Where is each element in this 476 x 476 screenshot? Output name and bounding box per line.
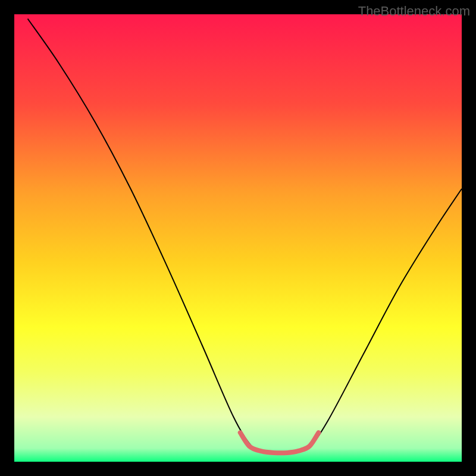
chart-svg [14,14,462,462]
plot-area [14,14,462,462]
watermark-text: TheBottleneck.com [358,4,470,19]
chart-background [14,14,462,462]
chart-frame: TheBottleneck.com [0,0,476,476]
